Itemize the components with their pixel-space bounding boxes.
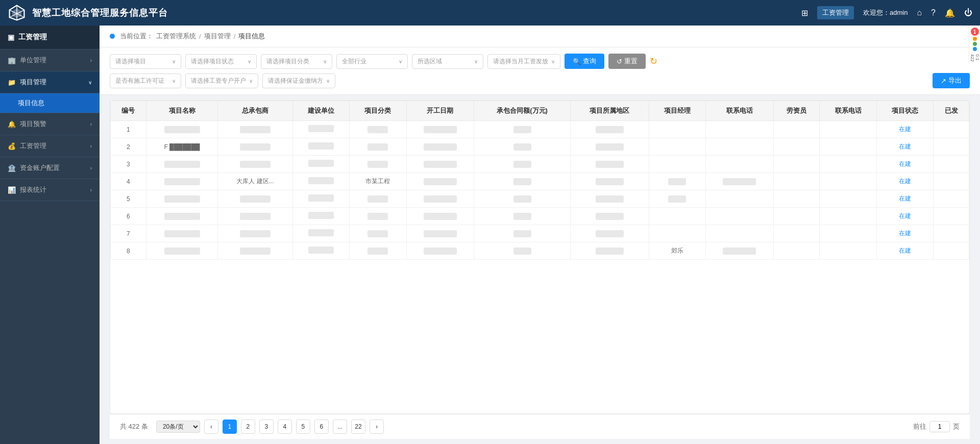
sidebar: ▣ 工资管理 🏢 单位管理 › 📁 项目管理 ∨ 项目信息 🔔 项目预警 [0, 26, 100, 444]
cell-project-name: ███████ [146, 208, 218, 225]
cell-contract-amount: ████ [474, 225, 571, 242]
filter-guarantee[interactable]: 请选择保证金缴纳方 ∨ [262, 73, 335, 88]
table-row[interactable]: 7 ███████ ████████ ████ ████████ ████ ██… [111, 225, 969, 242]
cell-start-date: ████████ [406, 242, 474, 260]
sidebar-item-fund[interactable]: 🏦 资金账户配置 › [0, 157, 100, 179]
cell-labor [773, 138, 820, 156]
cell-contractor: ████████ [218, 225, 292, 242]
cell-id: 2 [111, 138, 146, 156]
filter-wage-account[interactable]: 请选择工资专户开户 ∨ [185, 73, 258, 88]
panel-count: 0.1422 [970, 54, 980, 62]
goto-label: 前往 [913, 422, 926, 431]
spinner-icon: ↻ [650, 56, 657, 67]
filter-region[interactable]: 所选区域 ∨ [412, 54, 483, 69]
cell-pm-phone [706, 138, 774, 156]
cell-contractor: ████████ [218, 138, 292, 156]
export-button[interactable]: ↗ 导出 [933, 73, 970, 88]
query-button[interactable]: 🔍 查询 [565, 54, 604, 69]
col-pm: 项目经理 [649, 101, 706, 121]
chevron-down-icon: ∨ [88, 80, 92, 85]
layout: ▣ 工资管理 🏢 单位管理 › 📁 项目管理 ∨ 项目信息 🔔 项目预警 [0, 26, 980, 444]
filter-project-category[interactable]: 请选择项目分类 ∨ [261, 54, 332, 69]
cell-project-name: ███████ [146, 242, 218, 260]
sidebar-sub-item-project-info[interactable]: 项目信息 [0, 93, 100, 113]
filter-row-1: 请选择项目 ∨ 请选择项目状态 ∨ 请选择项目分类 ∨ 全部行业 ∨ 所选区域 [110, 54, 970, 69]
cell-region: ████... [570, 138, 649, 156]
page-btn-3[interactable]: 3 [259, 420, 274, 434]
cell-contractor: ████████ [218, 156, 292, 173]
table-row[interactable]: 6 ███████ ████████ ████ ████████ ████ █.… [111, 208, 969, 225]
sidebar-item-unit[interactable]: 🏢 单位管理 › [0, 50, 100, 71]
prev-page-btn[interactable]: ‹ [204, 420, 218, 434]
cell-id: 5 [111, 190, 146, 208]
cell-project-name: ██████ [146, 121, 218, 138]
filter-industry[interactable]: 全部行业 ∨ [336, 54, 408, 69]
table-header-row: 编号 项目名称 总承包商 建设单位 项目分类 开工日期 承包合同额(万元) 项目… [111, 101, 969, 121]
cell-id: 3 [111, 156, 146, 173]
cell-pm [649, 121, 706, 138]
page-btn-4[interactable]: 4 [278, 420, 292, 434]
export-icon: ↗ [941, 77, 946, 85]
sidebar-item-report[interactable]: 📊 报表统计 › [0, 179, 100, 201]
cell-labor-phone [820, 242, 877, 260]
page-size-select[interactable]: 20条/页 50条/页 100条/页 [156, 421, 200, 433]
filter-salary-month[interactable]: 请选择当月工资发放 ∨ [487, 54, 560, 69]
table-row[interactable]: 8 ███████ ████████ ████ ████████ ████ ██… [111, 242, 969, 260]
cell-pm-phone: ████████ [706, 173, 774, 190]
cell-start-date: ████████ [406, 173, 474, 190]
chevron-right-icon: › [90, 58, 92, 63]
header-left: 智慧工地综合管理服务信息平台 [8, 4, 168, 22]
sidebar-item-wage[interactable]: 💰 工资管理 › [0, 135, 100, 157]
cell-id: 4 [111, 173, 146, 190]
cell-labor [773, 156, 820, 173]
power-icon[interactable]: ⏻ [964, 8, 972, 17]
reset-button[interactable]: ↺ 重置 [608, 54, 646, 69]
page-btn-5[interactable]: 5 [296, 420, 310, 434]
cell-category: ████ [350, 156, 407, 173]
right-notification-panel: 1 0.1422 [969, 26, 980, 64]
sidebar-item-warning[interactable]: 🔔 项目预警 › [0, 113, 100, 135]
status-dot-green [973, 42, 977, 46]
cell-region: ████ [570, 190, 649, 208]
cell-labor [773, 121, 820, 138]
page-btn-1[interactable]: 1 [223, 420, 237, 434]
cell-category: ████ [350, 208, 407, 225]
chevron-down-salary: ∨ [551, 59, 555, 64]
module-name[interactable]: 工资管理 [817, 6, 854, 19]
help-icon[interactable]: ? [931, 8, 936, 17]
money-icon: 💰 [8, 142, 16, 150]
table-row[interactable]: 4 ███████ 大库人 建区... 市某工程 ████████ ████ █… [111, 173, 969, 190]
sidebar-item-project[interactable]: 📁 项目管理 ∨ [0, 71, 100, 93]
chevron-down-industry: ∨ [399, 59, 402, 64]
notification-badge: 1 [971, 28, 979, 36]
notification-icon[interactable]: 🔔 [945, 8, 955, 18]
cell-paid [934, 190, 969, 208]
cell-category: ██████ [350, 121, 407, 138]
goto-page: 前往 页 [913, 421, 960, 432]
filter-project[interactable]: 请选择项目 ∨ [110, 54, 181, 69]
col-owner: 建设单位 [292, 101, 350, 121]
cell-project-name: F ███████ [146, 138, 218, 156]
cell-labor-phone [820, 173, 877, 190]
filter-left: 是否有施工许可证 ∨ 请选择工资专户开户 ∨ 请选择保证金缴纳方 ∨ [110, 73, 335, 88]
table-row[interactable]: 2 F ███████ ████████ ████ ████████ ████ … [111, 138, 969, 156]
cell-labor [773, 242, 820, 260]
goto-input[interactable] [929, 421, 950, 432]
page-btn-2[interactable]: 2 [241, 420, 255, 434]
cell-paid [934, 242, 969, 260]
home-icon[interactable]: ⌂ [917, 8, 922, 17]
cell-id: 1 [111, 121, 146, 138]
sidebar-header-label: 工资管理 [18, 33, 47, 42]
page-btn-6[interactable]: 6 [314, 420, 329, 434]
table-wrapper[interactable]: 编号 项目名称 总承包商 建设单位 项目分类 开工日期 承包合同额(万元) 项目… [110, 100, 970, 414]
next-page-btn[interactable]: › [370, 420, 384, 434]
table-row[interactable]: 1 ██████ ████████ ██████ ████████ ████ █… [111, 121, 969, 138]
filter-project-status[interactable]: 请选择项目状态 ∨ [185, 54, 257, 69]
cell-project-name: ███████ [146, 156, 218, 173]
sidebar-header: ▣ 工资管理 [0, 26, 100, 50]
filter-construction-permit[interactable]: 是否有施工许可证 ∨ [110, 73, 181, 88]
table-row[interactable]: 3 ███████ ████████ ████ ████████ ████ ██… [111, 156, 969, 173]
table-row[interactable]: 5 ███████ ████████ ████ ████████ ████ ██… [111, 190, 969, 208]
col-pm-phone: 联系电话 [706, 101, 774, 121]
page-btn-22[interactable]: 22 [351, 420, 365, 434]
